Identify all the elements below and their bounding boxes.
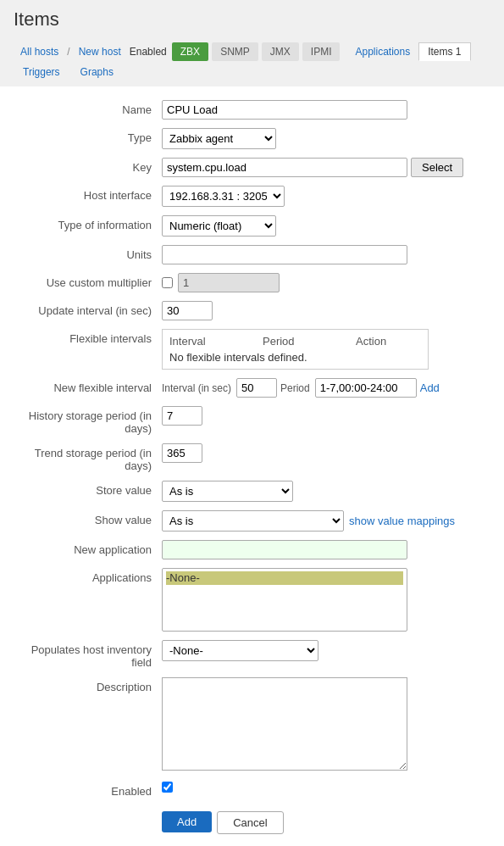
update-interval-label: Update interval (in sec)	[14, 301, 162, 317]
breadcrumb-new-host[interactable]: New host	[72, 42, 128, 61]
flexible-intervals-box: Interval Period Action No flexible inter…	[162, 329, 429, 370]
tab-items[interactable]: Items 1	[418, 42, 470, 61]
populates-inventory-label: Populates host inventory field	[14, 640, 162, 669]
history-storage-input[interactable]	[162, 406, 202, 426]
flex-add-button[interactable]: Add	[420, 381, 440, 394]
show-value-control: As is show value mappings	[162, 510, 490, 532]
host-interface-select[interactable]: 192.168.3.31 : 32050	[162, 186, 285, 207]
show-value-select[interactable]: As is	[162, 510, 344, 532]
key-row: Key Select	[14, 158, 490, 177]
history-storage-row: History storage period (in days)	[14, 406, 490, 435]
enabled-checkbox[interactable]	[162, 782, 173, 793]
store-value-label: Store value	[14, 481, 162, 497]
new-application-label: New application	[14, 540, 162, 556]
new-application-row: New application	[14, 540, 490, 559]
custom-multiplier-value-input[interactable]	[178, 273, 280, 292]
trend-storage-control	[162, 443, 490, 463]
update-interval-input[interactable]	[162, 301, 213, 320]
flex-col-action: Action	[356, 335, 386, 348]
description-row: Description	[14, 677, 490, 773]
form-container: Name Type Zabbix agent Zabbix agent (act…	[0, 86, 504, 846]
name-label: Name	[14, 100, 162, 116]
type-select[interactable]: Zabbix agent Zabbix agent (active) Simpl…	[162, 128, 276, 149]
units-label: Units	[14, 245, 162, 261]
flex-period-label: Period	[280, 382, 310, 394]
history-storage-label: History storage period (in days)	[14, 406, 162, 435]
enabled-row: Enabled	[14, 782, 490, 798]
trend-storage-row: Trend storage period (in days)	[14, 443, 490, 472]
flex-interval-in-sec-label: Interval (in sec)	[162, 382, 231, 394]
flexible-intervals-control: Interval Period Action No flexible inter…	[162, 329, 490, 370]
applications-row: Applications -None-	[14, 568, 490, 632]
key-control: Select	[162, 158, 490, 177]
type-of-info-select[interactable]: Numeric (float) Character Log Numeric (u…	[162, 215, 276, 237]
cancel-button[interactable]: Cancel	[217, 811, 283, 834]
description-control	[162, 677, 490, 773]
add-button[interactable]: Add	[162, 811, 212, 832]
store-value-row: Store value As is Delta (speed per secon…	[14, 481, 490, 502]
type-row: Type Zabbix agent Zabbix agent (active) …	[14, 128, 490, 149]
trend-storage-label: Trend storage period (in days)	[14, 443, 162, 472]
applications-control: -None-	[162, 568, 490, 632]
type-control: Zabbix agent Zabbix agent (active) Simpl…	[162, 128, 490, 149]
type-of-info-label: Type of information	[14, 215, 162, 231]
new-application-input[interactable]	[162, 540, 407, 559]
tab-applications[interactable]: Applications	[348, 42, 417, 61]
custom-multiplier-control	[162, 273, 490, 292]
description-label: Description	[14, 677, 162, 693]
key-label: Key	[14, 158, 162, 174]
host-interface-control: 192.168.3.31 : 32050	[162, 186, 490, 207]
host-interface-label: Host interface	[14, 186, 162, 202]
breadcrumb-enabled: Enabled	[130, 46, 167, 58]
key-input[interactable]	[162, 158, 407, 177]
name-input[interactable]	[162, 100, 407, 120]
name-control	[162, 100, 490, 120]
applications-listbox[interactable]: -None-	[162, 568, 407, 632]
flex-interval-input[interactable]	[236, 378, 277, 398]
store-value-select[interactable]: As is Delta (speed per second) Delta (si…	[162, 481, 293, 502]
store-value-control: As is Delta (speed per second) Delta (si…	[162, 481, 490, 502]
breadcrumb-all-hosts[interactable]: All hosts	[14, 42, 65, 61]
enabled-control	[162, 782, 490, 793]
flex-col-interval: Interval	[169, 335, 263, 348]
units-input[interactable]	[162, 245, 407, 264]
tab-jmx[interactable]: JMX	[262, 42, 299, 61]
custom-multiplier-row: Use custom multiplier	[14, 273, 490, 292]
units-control	[162, 245, 490, 264]
show-value-row: Show value As is show value mappings	[14, 510, 490, 532]
new-flexible-interval-label: New flexible interval	[14, 378, 162, 394]
button-row: Add Cancel	[14, 811, 490, 834]
tab-zbx[interactable]: ZBX	[172, 42, 208, 61]
breadcrumb-sep: /	[67, 46, 69, 58]
update-interval-row: Update interval (in sec)	[14, 301, 490, 320]
show-value-mappings-link[interactable]: show value mappings	[349, 515, 455, 527]
description-textarea[interactable]	[162, 677, 407, 771]
tab-graphs[interactable]: Graphs	[71, 63, 123, 81]
type-of-info-row: Type of information Numeric (float) Char…	[14, 215, 490, 237]
units-row: Units	[14, 245, 490, 264]
tab-ipmi[interactable]: IPMI	[302, 42, 341, 61]
type-of-info-control: Numeric (float) Character Log Numeric (u…	[162, 215, 490, 237]
populates-inventory-select[interactable]: -None-	[162, 640, 318, 661]
type-label: Type	[14, 128, 162, 144]
name-row: Name	[14, 100, 490, 120]
host-interface-row: Host interface 192.168.3.31 : 32050	[14, 186, 490, 207]
show-value-label: Show value	[14, 510, 162, 526]
new-flexible-interval-control: Interval (in sec) Period Add	[162, 378, 490, 398]
new-application-control	[162, 540, 490, 559]
flexible-no-data: No flexible intervals defined.	[169, 351, 421, 364]
flexible-intervals-row: Flexible intervals Interval Period Actio…	[14, 329, 490, 370]
flex-period-input[interactable]	[315, 378, 417, 398]
populates-inventory-control: -None-	[162, 640, 490, 661]
enabled-label: Enabled	[14, 782, 162, 798]
flexible-intervals-label: Flexible intervals	[14, 329, 162, 345]
trend-storage-input[interactable]	[162, 443, 202, 463]
populates-inventory-row: Populates host inventory field -None-	[14, 640, 490, 669]
tab-snmp[interactable]: SNMP	[212, 42, 258, 61]
tab-triggers[interactable]: Triggers	[14, 63, 69, 81]
custom-multiplier-checkbox[interactable]	[162, 277, 173, 288]
tab-bar: All hosts / New host Enabled ZBX SNMP JM…	[14, 37, 490, 81]
key-select-button[interactable]: Select	[411, 158, 463, 177]
flexible-header: Interval Period Action	[169, 335, 421, 348]
flex-col-period: Period	[263, 335, 356, 348]
